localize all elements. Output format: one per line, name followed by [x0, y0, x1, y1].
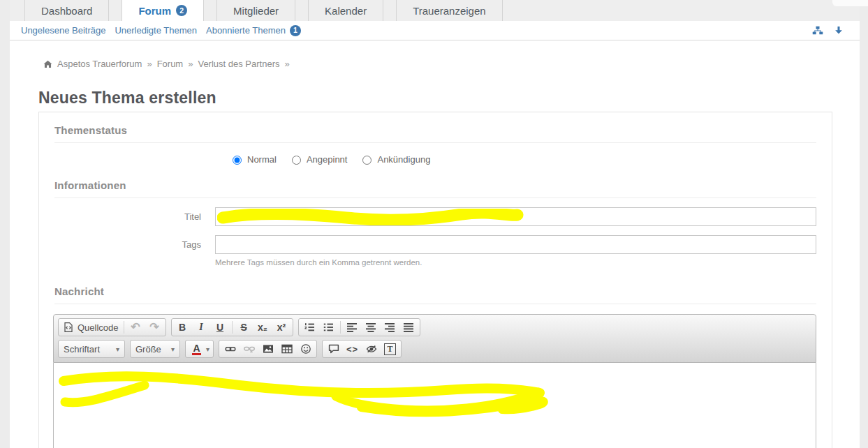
toolbar-separator — [340, 321, 341, 334]
justify-button[interactable] — [399, 320, 418, 335]
tags-input[interactable] — [215, 235, 816, 254]
eye-slash-icon — [366, 343, 377, 354]
breadcrumb-item-forum-root[interactable]: Aspetos Trauerforum — [57, 59, 142, 69]
radio-option-angepinnt[interactable]: Angepinnt — [288, 154, 348, 165]
hidden-text-button[interactable] — [362, 341, 381, 357]
tab-label: Forum — [138, 5, 171, 17]
quote-button[interactable] — [324, 341, 343, 357]
justify-icon — [403, 322, 414, 333]
bold-button[interactable]: B — [173, 320, 192, 335]
message-editor: Quellcode ↶ ↷ B I U S x₂ x² — [53, 314, 816, 448]
image-button[interactable] — [258, 341, 277, 357]
yellow-redaction-scribble-message — [58, 370, 561, 433]
title-input[interactable] — [215, 207, 816, 226]
table-button[interactable] — [277, 341, 296, 357]
code-button[interactable]: <> — [343, 341, 362, 357]
radio-ankuendigung[interactable] — [362, 156, 372, 165]
tags-field-label: Tags — [54, 235, 215, 267]
subscript-icon: x₂ — [258, 322, 267, 333]
strikethrough-button[interactable]: S — [235, 320, 253, 335]
tags-field-row: Tags Mehrere Tags müssen durch ein Komma… — [54, 235, 816, 267]
align-left-button[interactable] — [343, 320, 362, 335]
bullet-list-icon — [323, 322, 334, 333]
bullet-list-button[interactable] — [319, 320, 338, 335]
home-icon[interactable] — [43, 60, 52, 68]
breadcrumb-item-forum[interactable]: Forum — [157, 59, 184, 69]
breadcrumb: Aspetos Trauerforum » Forum » Verlust de… — [43, 59, 290, 69]
app-window: Dashboard Forum 2 Mitglieder Kalender Tr… — [0, 0, 868, 448]
align-right-icon — [384, 322, 395, 333]
chevron-down-icon: ▾ — [171, 345, 175, 353]
tab-traueranzeigen[interactable]: Traueranzeigen — [396, 0, 503, 21]
chevron-down-icon: ▾ — [206, 345, 209, 353]
redo-icon: ↷ — [149, 322, 159, 333]
breadcrumb-item-category[interactable]: Verlust des Partners — [198, 59, 279, 69]
sitemap-icon[interactable] — [812, 25, 825, 36]
source-button[interactable]: Quellcode — [60, 320, 122, 335]
text-color-button[interactable]: A — [187, 341, 206, 357]
numbered-list-button[interactable] — [300, 320, 319, 335]
redo-button[interactable]: ↷ — [145, 320, 164, 335]
source-code-icon — [63, 322, 74, 333]
section-divider — [54, 304, 816, 304]
top-right-cut-panel — [832, 0, 868, 6]
section-themenstatus: Themenstatus — [54, 124, 816, 136]
tab-forum[interactable]: Forum 2 — [122, 0, 204, 21]
breadcrumb-separator: » — [147, 59, 152, 69]
title-field-row: Titel — [54, 207, 816, 226]
link-abonnierte-themen[interactable]: Abonnierte Themen 1 — [206, 25, 301, 36]
radio-option-normal[interactable]: Normal — [229, 154, 277, 165]
smiley-button[interactable] — [296, 341, 315, 357]
link-unerledigte-themen[interactable]: Unerledigte Themen — [115, 25, 197, 36]
superscript-button[interactable]: x² — [272, 320, 291, 335]
underline-icon: U — [216, 322, 223, 333]
breadcrumb-separator: » — [188, 59, 193, 69]
size-dropdown[interactable]: Größe ▾ — [130, 340, 180, 358]
title-field-label: Titel — [54, 207, 215, 226]
toolbar-separator — [124, 321, 124, 334]
font-dropdown[interactable]: Schriftart ▾ — [58, 340, 125, 358]
toolbar-group-source: Quellcode ↶ ↷ — [58, 318, 166, 336]
radio-normal[interactable] — [233, 156, 242, 165]
italic-button[interactable]: I — [192, 320, 211, 335]
align-right-button[interactable] — [381, 320, 399, 335]
unlink-button[interactable] — [240, 341, 258, 357]
link-label: Ungelesene Beiträge — [21, 25, 105, 36]
underline-button[interactable]: U — [211, 320, 230, 335]
radio-label: Normal — [247, 154, 277, 165]
image-icon — [263, 343, 274, 354]
chevron-down-icon: ▾ — [116, 345, 119, 353]
tab-label: Traueranzeigen — [413, 5, 486, 17]
arrow-down-icon[interactable] — [833, 25, 846, 36]
toolbar-separator — [232, 321, 233, 334]
align-center-icon — [365, 322, 376, 333]
undo-button[interactable]: ↶ — [126, 320, 145, 335]
link-button[interactable] — [221, 341, 240, 357]
tab-mitglieder[interactable]: Mitglieder — [216, 0, 295, 21]
radio-label: Ankündigung — [377, 154, 430, 165]
page-title: Neues Thema erstellen — [38, 89, 216, 107]
forum-sub-nav: Ungelesene Beiträge Unerledigte Themen A… — [10, 21, 860, 40]
link-icon — [225, 343, 236, 354]
boxed-t-icon: T — [384, 343, 396, 355]
text-color-dropdown[interactable]: A ▾ — [185, 340, 214, 358]
align-center-button[interactable] — [362, 320, 381, 335]
link-ungelesene-beitraege[interactable]: Ungelesene Beiträge — [21, 25, 105, 36]
tab-label: Dashboard — [41, 5, 92, 17]
link-label: Abonnierte Themen — [206, 25, 286, 36]
italic-icon: I — [199, 322, 203, 333]
tags-hint-text: Mehrere Tags müssen durch ein Komma getr… — [215, 258, 816, 267]
radio-option-ankuendigung[interactable]: Ankündigung — [359, 154, 430, 165]
tab-kalender[interactable]: Kalender — [308, 0, 383, 21]
editor-content-area[interactable] — [53, 363, 816, 448]
forum-count-badge: 2 — [176, 5, 187, 16]
radio-label: Angepinnt — [307, 154, 348, 165]
bold-icon: B — [179, 322, 186, 333]
subscript-button[interactable]: x₂ — [253, 320, 272, 335]
tab-label: Mitglieder — [233, 5, 279, 17]
toolbar-group-paragraph — [298, 318, 420, 336]
tab-dashboard[interactable]: Dashboard — [24, 0, 109, 21]
toolbar-group-basicstyles: B I U S x₂ x² — [171, 318, 293, 336]
text-block-button[interactable]: T — [381, 341, 399, 357]
radio-angepinnt[interactable] — [292, 156, 301, 165]
